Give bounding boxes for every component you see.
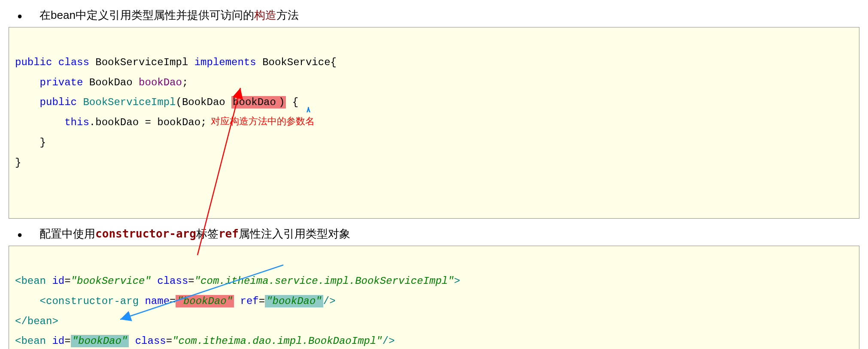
eq: =	[64, 275, 70, 287]
lt: </	[15, 316, 27, 327]
heading-2: ● 配置中使用constructor-arg标签ref属性注入引用类型对象	[9, 226, 859, 241]
indent	[15, 137, 40, 148]
field: bookDao	[95, 117, 139, 128]
eq: =	[139, 117, 157, 128]
gt: />	[382, 335, 395, 347]
brace: {	[286, 96, 298, 108]
tag: bean	[21, 275, 46, 287]
ctor: BookServiceImpl	[83, 96, 176, 108]
eq: =	[170, 295, 176, 307]
heading-1-suffix: 方法	[276, 9, 299, 21]
indent	[15, 96, 40, 108]
val-id: "bookService"	[71, 275, 151, 287]
iface: BookService	[262, 57, 330, 68]
eq: =	[188, 275, 194, 287]
heading-2-suffix: 属性注入引用类型对象	[239, 227, 350, 240]
bullet-icon: ●	[17, 11, 22, 21]
val-name-highlight: "bookDao"	[176, 295, 234, 307]
heading-2-prefix: 配置中使用	[39, 227, 95, 240]
eq: =	[166, 335, 172, 347]
heading-2-text: 配置中使用constructor-arg标签ref属性注入引用类型对象	[39, 226, 350, 241]
kw-private: private	[40, 77, 83, 88]
paren-close: )	[277, 96, 286, 108]
annotation-param-name: 对应构造方法中的参数名	[211, 112, 315, 131]
kw-implements: implements	[194, 57, 256, 68]
lt: <	[15, 335, 21, 347]
brace: }	[15, 157, 21, 168]
heading-1: ● 在bean中定义引用类型属性并提供可访问的构造方法	[9, 8, 859, 23]
semi: ;	[200, 117, 206, 128]
lt: <	[40, 295, 46, 307]
indent	[15, 117, 64, 128]
val-class: "com.itheima.dao.impl.BookDaoImpl"	[172, 335, 382, 347]
sp	[139, 295, 145, 307]
heading-2-bold1: constructor-arg	[95, 227, 196, 240]
tag: constructor-arg	[46, 295, 139, 307]
kw-this: this	[64, 117, 89, 128]
sp	[129, 335, 135, 347]
heading-2-bold2: ref	[219, 227, 239, 240]
indent	[15, 295, 40, 307]
type: BookDao	[89, 77, 133, 88]
val-id-highlight: "bookDao"	[71, 335, 129, 347]
paren: (	[176, 96, 182, 108]
caret-icon: ٨	[306, 103, 311, 118]
sp	[234, 295, 240, 307]
tag: bean	[21, 335, 46, 347]
eq: =	[64, 335, 70, 347]
gt: />	[323, 295, 336, 307]
attr-id: id	[52, 335, 64, 347]
attr-class: class	[135, 335, 166, 347]
kw-public: public	[15, 57, 52, 68]
code-block-java: public class BookServiceImpl implements …	[9, 27, 859, 219]
heading-1-red: 构造	[254, 9, 276, 21]
lt: <	[15, 275, 21, 287]
gt: >	[52, 316, 58, 327]
attr-ref: ref	[240, 295, 259, 307]
attr-id: id	[52, 275, 64, 287]
rhs: bookDao	[157, 117, 200, 128]
heading-1-prefix: 在bean中定义引用类型属性并提供可访问的	[39, 9, 254, 21]
sp	[151, 275, 157, 287]
bullet-icon: ●	[17, 230, 22, 240]
heading-1-text: 在bean中定义引用类型属性并提供可访问的构造方法	[39, 8, 299, 23]
ptype: BookDao	[182, 96, 231, 108]
attr-class: class	[157, 275, 188, 287]
field: bookDao	[139, 77, 182, 88]
semi: ;	[182, 77, 188, 88]
brace: }	[40, 137, 46, 148]
kw-public: public	[40, 96, 77, 108]
eq: =	[259, 295, 265, 307]
code-block-xml: <bean id="bookService" class="com.itheim…	[9, 246, 859, 349]
kw-class: class	[58, 57, 89, 68]
param-highlight: bookDao	[231, 96, 277, 108]
sp	[46, 275, 52, 287]
gt: >	[454, 275, 460, 287]
tag: bean	[27, 316, 52, 327]
val-class: "com.itheima.service.impl.BookServiceImp…	[194, 275, 454, 287]
indent	[15, 77, 40, 88]
heading-2-mid: 标签	[196, 227, 219, 240]
dot: .	[89, 117, 95, 128]
brace: {	[331, 57, 337, 68]
attr-name: name	[145, 295, 170, 307]
val-ref-highlight: "bookDao"	[265, 295, 323, 307]
sp	[46, 335, 52, 347]
classname: BookServiceImpl	[95, 57, 188, 68]
